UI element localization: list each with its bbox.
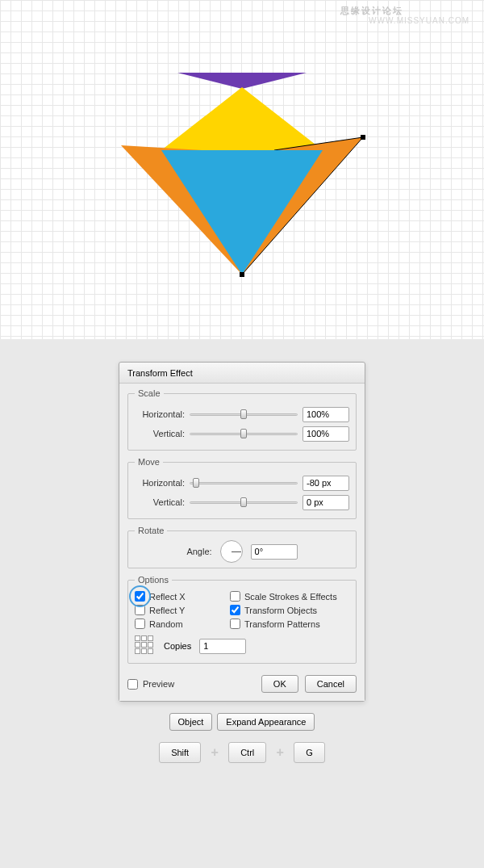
move-horizontal-slider[interactable] <box>190 477 298 489</box>
transform-patterns-checkbox[interactable]: Transform Patterns <box>230 619 349 629</box>
options-legend: Options <box>135 575 172 585</box>
watermark-text: 思缘设计论坛 <box>340 5 403 17</box>
scale-vertical-slider[interactable] <box>190 428 298 439</box>
key-g: G <box>294 742 325 763</box>
reference-point-picker[interactable] <box>135 635 156 656</box>
options-group: Options Reflect X Scale Strokes & Effect… <box>127 575 357 664</box>
plus-icon: + <box>206 744 223 761</box>
watermark-url: WWW.MISSYUAN.COM <box>369 16 469 25</box>
shape-purple-triangle <box>177 73 307 89</box>
move-vertical-input[interactable] <box>302 495 349 510</box>
anchor-point[interactable] <box>240 272 244 277</box>
artwork-shapes[interactable] <box>105 65 379 299</box>
move-vertical-slider[interactable] <box>190 497 298 508</box>
artboard-grid[interactable]: 思缘设计论坛 WWW.MISSYUAN.COM <box>0 0 484 339</box>
ok-button[interactable]: OK <box>261 675 298 693</box>
rotate-group: Rotate Angle: <box>127 526 357 568</box>
scale-horizontal-slider[interactable] <box>190 409 298 420</box>
transform-objects-checkbox[interactable]: Transform Objects <box>230 605 349 615</box>
reflect-y-checkbox[interactable]: Reflect Y <box>135 605 227 615</box>
copies-input[interactable] <box>199 639 246 654</box>
reflect-x-checkbox[interactable]: Reflect X <box>135 591 227 602</box>
key-shift: Shift <box>159 742 201 763</box>
scale-vertical-label: Vertical: <box>135 429 185 438</box>
dialog-title: Transform Effect <box>119 363 365 384</box>
scale-horizontal-label: Horizontal: <box>135 409 185 419</box>
scale-vertical-input[interactable] <box>302 426 349 442</box>
menu-object-button[interactable]: Object <box>169 713 213 731</box>
random-checkbox[interactable]: Random <box>135 619 227 629</box>
move-group: Move Horizontal: Vertical: <box>127 457 357 519</box>
transform-effect-dialog: Transform Effect Scale Horizontal: Verti… <box>119 362 365 702</box>
angle-input[interactable] <box>251 544 298 560</box>
shape-yellow-triangle <box>161 87 323 150</box>
plus-icon: + <box>271 744 289 761</box>
angle-dial[interactable] <box>220 540 243 563</box>
key-ctrl: Ctrl <box>228 742 266 763</box>
rotate-legend: Rotate <box>135 526 167 535</box>
angle-label: Angle: <box>186 547 211 556</box>
scale-group: Scale Horizontal: Vertical: <box>127 388 357 451</box>
cancel-button[interactable]: Cancel <box>305 675 357 693</box>
move-vertical-label: Vertical: <box>135 497 185 507</box>
preview-checkbox[interactable]: Preview <box>127 679 174 690</box>
move-horizontal-label: Horizontal: <box>135 478 185 488</box>
copies-label: Copies <box>164 641 191 651</box>
scale-legend: Scale <box>135 388 164 398</box>
move-legend: Move <box>135 457 163 467</box>
menu-expand-appearance-button[interactable]: Expand Appearance <box>217 713 315 731</box>
scale-horizontal-input[interactable] <box>302 407 349 422</box>
move-horizontal-input[interactable] <box>302 476 349 491</box>
scale-strokes-checkbox[interactable]: Scale Strokes & Effects <box>230 591 349 602</box>
anchor-point[interactable] <box>361 135 365 140</box>
